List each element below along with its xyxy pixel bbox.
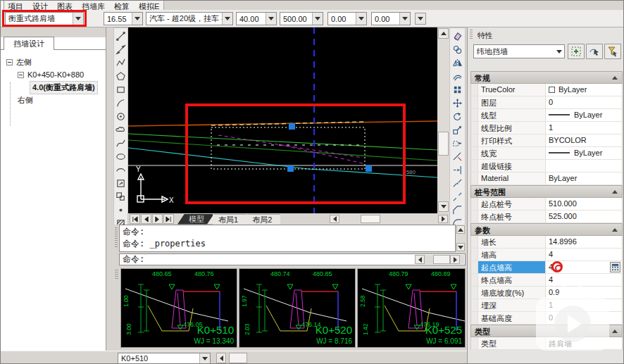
- ellipse-button[interactable]: [115, 151, 127, 163]
- scroll-up-button[interactable]: [456, 225, 465, 234]
- rectangle-button[interactable]: [115, 84, 127, 96]
- command-vscrollbar[interactable]: [456, 225, 466, 252]
- section-header-general[interactable]: 常规: [470, 71, 623, 84]
- menu-wall-library[interactable]: 挡墙库: [82, 1, 105, 10]
- first-tab-button[interactable]: [130, 214, 140, 224]
- scroll-right-button[interactable]: [438, 215, 448, 223]
- collapse-icon[interactable]: [18, 72, 24, 78]
- chevron-down-icon[interactable]: [199, 353, 210, 363]
- menu-design[interactable]: 设计: [32, 1, 48, 10]
- section-preview-k0525[interactable]: 480.79 480.89 2.58 4.00 1.42 476.19 K0+5…: [357, 268, 466, 348]
- trim-button[interactable]: [451, 151, 463, 163]
- chevron-down-icon[interactable]: [415, 13, 426, 25]
- quick-calc-button[interactable]: [610, 262, 620, 272]
- command-hscrollbar[interactable]: [415, 255, 464, 264]
- extend-button[interactable]: [451, 164, 463, 176]
- scroll-down-button[interactable]: [456, 243, 465, 251]
- scroll-up-button[interactable]: [438, 28, 449, 39]
- palette-grip[interactable]: [470, 30, 473, 39]
- scroll-thumb[interactable]: [433, 255, 450, 264]
- param2-combo[interactable]: 500.00: [280, 12, 323, 25]
- tab-wall-design[interactable]: 挡墙设计: [4, 37, 54, 50]
- revision-cloud-button[interactable]: [115, 124, 127, 136]
- wall-height-combo[interactable]: 16.55: [104, 12, 143, 25]
- canvas-hscrollbar[interactable]: [330, 214, 448, 224]
- param3-combo[interactable]: 0.00: [327, 12, 367, 25]
- quick-select-button[interactable]: [604, 44, 621, 59]
- tree-item-station-range[interactable]: K0+450-K0+880: [1, 68, 106, 81]
- break-at-point-button[interactable]: [451, 177, 463, 189]
- scroll-left-button[interactable]: [330, 215, 339, 223]
- param4-combo[interactable]: 0.00: [371, 12, 411, 25]
- collapse-arrow-icon[interactable]: [612, 76, 618, 80]
- insert-block-button[interactable]: [115, 177, 127, 189]
- chevron-down-icon[interactable]: [266, 13, 276, 25]
- station-combo[interactable]: K0+510: [118, 353, 211, 364]
- make-block-button[interactable]: [115, 191, 127, 203]
- scroll-down-button[interactable]: [438, 201, 449, 212]
- scroll-thumb[interactable]: [229, 353, 247, 363]
- chevron-down-icon[interactable]: [399, 13, 410, 25]
- scroll-thumb[interactable]: [361, 215, 380, 223]
- scale-button[interactable]: [451, 124, 463, 136]
- section-preview-k0520[interactable]: 480.74 480.85 1.97 4.00 2.03 476.14 K0+5…: [239, 268, 356, 348]
- param1-combo[interactable]: 40.00: [236, 12, 277, 25]
- menu-project[interactable]: 项目: [8, 1, 23, 10]
- array-button[interactable]: [451, 84, 463, 96]
- scroll-right-button[interactable]: [450, 255, 460, 264]
- last-tab-button[interactable]: [163, 214, 174, 224]
- section-header-params[interactable]: 参数: [470, 223, 623, 236]
- next-tab-button[interactable]: [152, 214, 163, 224]
- command-input[interactable]: 命令:: [119, 253, 466, 265]
- tab-model[interactable]: 模型: [177, 214, 213, 225]
- break-button[interactable]: [451, 191, 463, 203]
- tree-item-left-side[interactable]: 左侧: [1, 56, 106, 68]
- prev-tab-button[interactable]: [141, 214, 151, 224]
- copy-button[interactable]: [451, 44, 463, 56]
- chevron-down-icon[interactable]: [222, 13, 232, 25]
- command-history[interactable]: 命令: 命令: _properties: [119, 225, 456, 252]
- arc-button[interactable]: [115, 97, 127, 109]
- canvas-vscrollbar[interactable]: [437, 27, 449, 213]
- polygon-button[interactable]: [115, 70, 127, 82]
- chevron-down-icon[interactable]: [554, 45, 564, 58]
- circle-button[interactable]: [115, 111, 127, 123]
- move-button[interactable]: [451, 97, 463, 109]
- collapse-arrow-icon[interactable]: [612, 190, 618, 194]
- polyline-button[interactable]: [115, 57, 127, 69]
- menu-charts[interactable]: 图表: [57, 1, 73, 10]
- section-header-station-range[interactable]: 桩号范围: [470, 185, 623, 198]
- chevron-down-icon[interactable]: [132, 13, 142, 25]
- stretch-button[interactable]: [451, 137, 463, 149]
- toolbar-grip[interactable]: [2, 1, 4, 10]
- scroll-left-button[interactable]: [415, 255, 425, 264]
- point-button[interactable]: [115, 204, 127, 216]
- menu-check[interactable]: 检算: [114, 1, 130, 10]
- tab-layout2[interactable]: 布局2: [241, 214, 280, 225]
- rotate-button[interactable]: [451, 111, 463, 123]
- scroll-thumb[interactable]: [438, 132, 449, 156]
- toggle-pickadd-button[interactable]: [568, 44, 585, 59]
- erase-button[interactable]: [451, 30, 463, 42]
- collapse-icon[interactable]: [6, 59, 13, 65]
- spline-button[interactable]: [115, 137, 127, 149]
- section-preview-k0510[interactable]: 480.65 480.76 1.00 4.00 3.00 476.05 K0+5…: [120, 268, 237, 348]
- menu-simulate[interactable]: 模拟E: [139, 1, 159, 10]
- line-button[interactable]: [115, 30, 127, 42]
- collapse-arrow-icon[interactable]: [612, 330, 618, 333]
- chevron-down-icon[interactable]: [312, 13, 323, 25]
- chevron-down-icon[interactable]: [356, 13, 366, 25]
- object-type-combo[interactable]: 纬地挡墙: [473, 44, 565, 58]
- tab-layout1[interactable]: 布局1: [207, 214, 247, 225]
- collapse-arrow-icon[interactable]: [612, 228, 618, 232]
- select-objects-button[interactable]: [586, 44, 603, 59]
- preview-strip-grip[interactable]: [115, 270, 118, 280]
- command-window-grip[interactable]: [115, 227, 118, 249]
- mirror-button[interactable]: [451, 57, 463, 69]
- offset-button[interactable]: [451, 70, 463, 82]
- chamfer-button[interactable]: [451, 204, 463, 216]
- video-play-overlay[interactable]: [536, 284, 609, 351]
- load-grade-combo[interactable]: 汽车 - 超20级，挂车 - 1: [146, 12, 233, 25]
- construction-line-button[interactable]: [115, 44, 127, 56]
- tree-item-right-side[interactable]: 右侧: [1, 94, 106, 106]
